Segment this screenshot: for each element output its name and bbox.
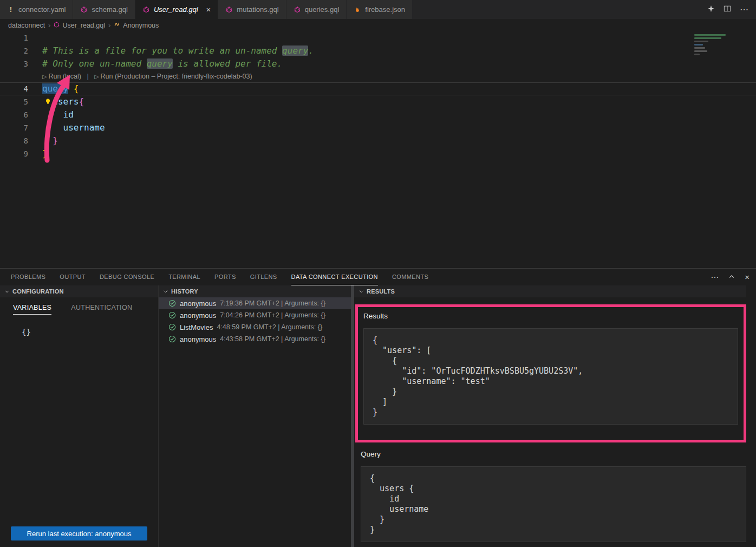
section-title: CONFIGURATION	[12, 288, 64, 295]
copilot-sparkle-icon[interactable]	[707, 5, 715, 15]
check-circle-icon	[168, 335, 176, 343]
code-text: query {	[28, 83, 79, 95]
code-text: }	[28, 147, 48, 160]
tab-user-read-gql[interactable]: User_read.gql ×	[135, 0, 218, 19]
history-item-meta: 7:04:26 PM GMT+2 | Arguments: {}	[220, 311, 325, 319]
minimap-line	[694, 44, 703, 45]
breadcrumb: dataconnect › User_read.gql › Anonymous	[0, 19, 756, 31]
code-text: # Only one un-named query is allowed per…	[28, 57, 282, 70]
breadcrumb-dataconnect[interactable]: dataconnect	[8, 22, 45, 29]
close-panel-icon[interactable]: ×	[745, 273, 750, 281]
more-actions-icon[interactable]: ⋯	[740, 4, 748, 15]
chevron-down-icon	[4, 289, 10, 294]
history-item-name: ListMovies	[180, 323, 213, 331]
code-line-8: 8 }	[0, 134, 756, 147]
panel-tab-gitlens[interactable]: GITLENS	[250, 269, 277, 285]
lightbulb-icon[interactable]	[44, 97, 51, 107]
comment-token: is allowed per file.	[173, 58, 282, 69]
results-json-block[interactable]: { "users": [ { "id": "OrTucFODZHTksvBSBU…	[363, 328, 738, 425]
code-line-5: 5 users{	[0, 95, 756, 108]
chevron-up-icon[interactable]	[728, 273, 735, 281]
tab-label: schema.gql	[92, 5, 127, 14]
run-production-label: Run (Production – Project: friendly-flix…	[101, 73, 252, 80]
tab-schema-gql[interactable]: schema.gql	[73, 0, 135, 19]
chevron-right-icon: ›	[108, 21, 110, 29]
line-number: 9	[0, 147, 28, 160]
rerun-last-execution-button[interactable]: Rerun last execution: anonymous	[11, 526, 147, 541]
variables-value[interactable]: {}	[0, 315, 158, 336]
panel-tab-debug-console[interactable]: DEBUG CONSOLE	[100, 269, 154, 285]
breadcrumb-label: dataconnect	[8, 22, 45, 29]
tab-firebase-json[interactable]: firebase.json	[347, 0, 413, 19]
tab-queries-gql[interactable]: queries.gql	[286, 0, 347, 19]
panel-tab-terminal[interactable]: TERMINAL	[168, 269, 200, 285]
tab-mutations-gql[interactable]: mutations.gql	[218, 0, 286, 19]
panel-tab-comments[interactable]: COMMENTS	[392, 269, 428, 285]
section-title: RESULTS	[367, 288, 395, 295]
panel-tab-ports[interactable]: PORTS	[214, 269, 236, 285]
query-block[interactable]: { users { id username } }	[361, 466, 746, 542]
comment-token: .	[308, 45, 314, 56]
tab-bar-spacer	[413, 0, 700, 19]
history-item-meta: 4:43:58 PM GMT+2 | Arguments: {}	[220, 335, 325, 343]
panel-tab-data-connect-execution[interactable]: DATA CONNECT EXECUTION	[291, 269, 378, 285]
field-token: id	[42, 109, 74, 120]
code-line-6: 6 id	[0, 108, 756, 121]
chevron-down-icon	[163, 289, 168, 294]
history-item[interactable]: anonymous 7:19:36 PM GMT+2 | Arguments: …	[159, 297, 351, 309]
history-header[interactable]: HISTORY	[159, 285, 351, 297]
tab-connector-yaml[interactable]: ! connector.yaml	[0, 0, 73, 19]
code-editor[interactable]: 1 2 # This is a file for you to write an…	[0, 31, 756, 268]
graphql-icon	[294, 6, 301, 13]
more-actions-icon[interactable]: ⋯	[711, 273, 719, 281]
check-circle-icon	[168, 299, 176, 307]
minimap[interactable]	[694, 34, 750, 57]
field-token: username	[42, 122, 105, 133]
history-section: HISTORY anonymous 7:19:36 PM GMT+2 | Arg…	[159, 285, 351, 547]
tab-variables[interactable]: VARIABLES	[13, 304, 51, 315]
graphql-icon	[142, 6, 150, 13]
run-local-label: Run (local)	[48, 73, 81, 80]
annotation-highlight-box: Results { "users": [ { "id": "OrTucFODZH…	[355, 304, 746, 442]
tab-label: firebase.json	[365, 5, 405, 14]
panel-tab-output[interactable]: OUTPUT	[60, 269, 86, 285]
editor-tab-bar: ! connector.yaml schema.gql User_read.gq…	[0, 0, 756, 19]
code-text: users{	[28, 95, 84, 108]
run-local-link[interactable]: ▷Run (local)	[42, 73, 81, 80]
graphql-icon	[54, 22, 60, 29]
tab-authentication[interactable]: AUTHENTICATION	[71, 304, 132, 315]
line-number: 3	[0, 57, 28, 70]
history-item-meta: 7:19:36 PM GMT+2 | Arguments: {}	[220, 299, 325, 307]
history-item[interactable]: anonymous 4:43:58 PM GMT+2 | Arguments: …	[159, 333, 351, 345]
history-item[interactable]: ListMovies 4:48:59 PM GMT+2 | Arguments:…	[159, 321, 351, 333]
breadcrumb-file[interactable]: User_read.gql	[54, 22, 105, 29]
close-icon[interactable]: ×	[206, 5, 211, 14]
line-number: 7	[0, 121, 28, 134]
line-number: 8	[0, 134, 28, 147]
line-number: 4	[0, 83, 28, 95]
breadcrumb-symbol[interactable]: Anonymous	[114, 21, 159, 29]
firebase-icon	[354, 6, 361, 13]
panel-actions: ⋯ ×	[711, 269, 750, 285]
results-header[interactable]: RESULTS	[354, 285, 746, 297]
panel-tab-problems[interactable]: PROBLEMS	[11, 269, 45, 285]
history-item[interactable]: anonymous 7:04:26 PM GMT+2 | Arguments: …	[159, 309, 351, 321]
chevron-right-icon: ›	[48, 21, 50, 29]
code-line-7: 7 username	[0, 121, 756, 134]
graphql-icon	[225, 6, 233, 13]
breadcrumb-label: User_read.gql	[62, 22, 105, 29]
line-number: 1	[0, 31, 28, 44]
line-number: 2	[0, 44, 28, 57]
results-label: Results	[363, 312, 738, 320]
query-label: Query	[361, 450, 746, 458]
codelens: ▷Run (local) | ▷Run (Production – Projec…	[0, 70, 756, 82]
code-text	[28, 31, 42, 44]
minimap-line	[694, 34, 726, 36]
split-editor-icon[interactable]	[724, 5, 731, 15]
tab-label: User_read.gql	[154, 5, 198, 14]
configuration-header[interactable]: CONFIGURATION	[0, 285, 158, 297]
brace-token: }	[42, 135, 58, 146]
query-keyword-selected: query	[42, 83, 68, 94]
history-item-meta: 4:48:59 PM GMT+2 | Arguments: {}	[217, 323, 322, 331]
run-production-link[interactable]: ▷Run (Production – Project: friendly-fli…	[94, 73, 252, 80]
